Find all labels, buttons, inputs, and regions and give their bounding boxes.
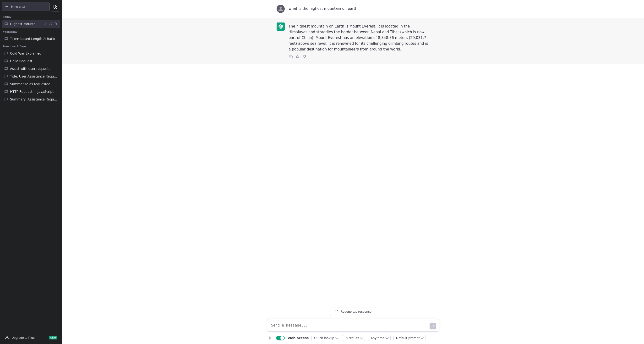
- chat-icon: [4, 52, 8, 55]
- assistant-message-text: The highest mountain on Earth is Mount E…: [288, 23, 430, 52]
- chat-item-actions: [43, 22, 58, 26]
- sidebar-item-hello-request[interactable]: Hello Request: [2, 57, 60, 65]
- regenerate-icon: [335, 310, 338, 314]
- chevron-down-icon: [385, 336, 389, 339]
- chat-list-previous-7-days: Cold War Explained. Hello Request Assist…: [0, 49, 62, 104]
- chat-icon: [4, 97, 8, 101]
- input-box-wrapper: [267, 319, 439, 332]
- send-icon: [431, 324, 434, 328]
- upgrade-label: Upgrade to Plus: [12, 336, 35, 339]
- user-message-row: what is the highest mountain on earth: [62, 0, 644, 18]
- upgrade-to-plus-button[interactable]: Upgrade to Plus NEW: [2, 333, 60, 342]
- message-actions: [288, 53, 430, 59]
- user-avatar: [276, 5, 285, 13]
- delete-chat-button[interactable]: [54, 22, 58, 26]
- quick-lookup-label: Quick lookup: [314, 336, 334, 340]
- any-time-label: Any time: [370, 336, 384, 340]
- chat-list-yesterday: Token-based Length & Ratio: [0, 35, 62, 43]
- default-prompt-select[interactable]: Default prompt: [394, 335, 426, 341]
- sidebar-bottom: Upgrade to Plus NEW: [0, 331, 62, 344]
- thumbs-up-icon: [296, 55, 300, 58]
- svg-rect-3: [56, 5, 57, 7]
- trash-icon: [54, 22, 57, 26]
- share-chat-button[interactable]: [48, 22, 52, 26]
- any-time-select[interactable]: Any time: [368, 335, 390, 341]
- user-icon: [5, 335, 9, 340]
- web-access-label: Web access: [288, 336, 308, 340]
- chat-input[interactable]: [267, 319, 439, 332]
- layout-toggle-button[interactable]: [51, 2, 60, 12]
- svg-rect-4: [56, 7, 57, 8]
- chat-area: what is the highest mountain on earth Th…: [62, 0, 644, 304]
- user-avatar-icon: [278, 6, 283, 12]
- new-chat-label: New chat: [11, 5, 25, 9]
- send-button[interactable]: [430, 323, 436, 329]
- sidebar-item-token-based[interactable]: Token-based Length & Ratio: [2, 35, 60, 43]
- chevron-down-icon: [335, 336, 338, 339]
- chat-item-label: Summary: Assistance Request: [10, 97, 58, 101]
- copy-message-button[interactable]: [288, 54, 293, 59]
- section-label-today: Today: [0, 14, 62, 19]
- chevron-down-icon: [360, 336, 363, 339]
- chat-list-today: Highest Mountain: M: [0, 19, 62, 29]
- svg-point-5: [6, 336, 8, 338]
- sidebar-item-summary-assistance[interactable]: Summary: Assistance Request: [2, 96, 60, 103]
- chat-icon: [4, 82, 8, 86]
- edit-chat-button[interactable]: [43, 22, 47, 26]
- svg-point-11: [270, 337, 271, 338]
- svg-rect-2: [54, 5, 55, 8]
- new-chat-button[interactable]: New chat: [2, 2, 50, 11]
- sidebar-item-summarize[interactable]: Summarize as requested: [2, 80, 60, 88]
- assistant-avatar: [276, 23, 285, 31]
- chat-icon: [4, 67, 8, 71]
- thumbs-up-button[interactable]: [295, 54, 300, 59]
- chat-icon: [4, 59, 8, 63]
- sidebar-top: New chat: [0, 0, 62, 14]
- user-message-inner: what is the highest mountain on earth: [267, 5, 439, 13]
- toolbar-settings-button[interactable]: [267, 335, 273, 341]
- sliders-icon: [268, 336, 272, 340]
- sidebar-item-http-request[interactable]: HTTP Request in JavaScript: [2, 88, 60, 96]
- plus-icon: [5, 5, 9, 9]
- edit-icon: [44, 22, 47, 26]
- default-prompt-label: Default prompt: [396, 336, 420, 340]
- chat-item-label: Cold War Explained.: [10, 52, 58, 55]
- assistant-message-row: The highest mountain on Earth is Mount E…: [62, 18, 644, 64]
- svg-point-10: [269, 336, 270, 337]
- thumbs-down-button[interactable]: [302, 54, 307, 59]
- chat-item-label: Token-based Length & Ratio: [10, 37, 58, 41]
- upgrade-badge: NEW: [49, 336, 57, 339]
- svg-point-12: [270, 338, 270, 339]
- assistant-message-wrapper: The highest mountain on Earth is Mount E…: [288, 23, 430, 59]
- assistant-message-inner: The highest mountain on Earth is Mount E…: [267, 23, 439, 59]
- quick-lookup-select[interactable]: Quick lookup: [312, 335, 340, 341]
- svg-rect-6: [290, 56, 292, 58]
- web-access-toggle[interactable]: [276, 336, 285, 340]
- chat-icon: [4, 22, 8, 26]
- input-area: Regenerate response: [62, 304, 644, 344]
- section-label-yesterday: Yesterday: [0, 29, 62, 35]
- toolbar: Web access Quick lookup 3 results Any ti…: [267, 332, 439, 344]
- chat-icon: [4, 37, 8, 41]
- layout-icon: [53, 5, 58, 9]
- results-select[interactable]: 3 results: [343, 335, 365, 341]
- chat-item-label: Assist with user request.: [10, 67, 58, 71]
- sidebar-item-assist-user[interactable]: Assist with user request.: [2, 65, 60, 73]
- chat-item-label: Hello Request: [10, 59, 58, 63]
- chat-item-label: Summarize as requested: [10, 82, 58, 86]
- chat-item-label: Highest Mountain: M: [10, 22, 41, 26]
- regenerate-response-button[interactable]: Regenerate response: [330, 307, 376, 316]
- results-label: 3 results: [346, 336, 359, 340]
- user-message-text: what is the highest mountain on earth: [288, 5, 430, 13]
- sidebar: New chat Today Highest Mountain: M: [0, 0, 62, 344]
- regenerate-label: Regenerate response: [340, 310, 372, 313]
- sidebar-item-cold-war[interactable]: Cold War Explained.: [2, 50, 60, 57]
- sidebar-item-title-user[interactable]: Title: User Assistance Request: [2, 73, 60, 80]
- chevron-down-icon: [420, 336, 424, 339]
- chat-item-label: HTTP Request in JavaScript: [10, 90, 58, 94]
- chat-icon: [4, 90, 8, 94]
- chat-icon: [4, 74, 8, 78]
- thumbs-down-icon: [302, 55, 306, 58]
- sidebar-item-highest-mountain[interactable]: Highest Mountain: M: [2, 20, 60, 28]
- share-icon: [49, 22, 52, 26]
